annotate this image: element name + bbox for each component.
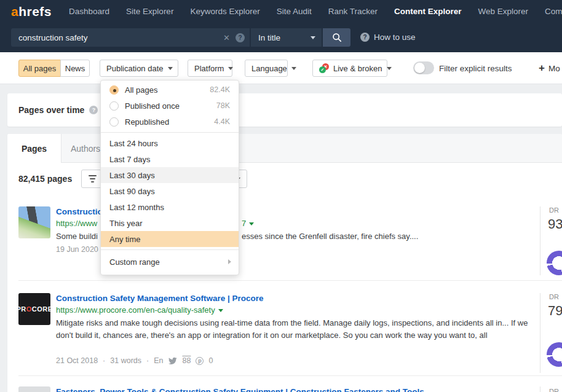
filter-live-broken[interactable]: ✕ ✓ Live & broken — [312, 60, 387, 77]
result-title-link[interactable]: Fasteners, Power Tools & Construction Sa… — [56, 387, 424, 392]
main-nav: Dashboard Site Explorer Keywords Explore… — [69, 7, 562, 16]
dropdown-option-last-24-hours[interactable]: Last 24 hours — [101, 135, 239, 151]
funnel-icon — [89, 175, 97, 182]
option-label: Last 90 days — [109, 187, 230, 196]
option-label: Last 12 months — [109, 203, 230, 212]
nav-web-explorer[interactable]: Web Explorer — [478, 7, 529, 16]
option-label: Custom range — [109, 257, 160, 267]
result-url-text: https://www.procore.com/en-ca/quality-sa… — [56, 305, 215, 315]
pages-over-time-help-icon[interactable]: ? — [89, 106, 98, 114]
procore-logo: PROCORE — [18, 305, 50, 313]
pages-over-time-card: Pages over time ? — [7, 93, 562, 127]
tab-pages-label: Pages — [22, 144, 47, 154]
explicit-results-label: Filter explicit results — [439, 64, 512, 73]
ahrefs-logo[interactable]: ahrefs — [11, 4, 52, 19]
result-url-text: 7 — [242, 219, 246, 228]
filter-bar: All pages News Publication date Platform… — [0, 52, 562, 84]
option-label: Published once — [125, 101, 216, 111]
referring-domains-donut — [547, 342, 562, 367]
dropdown-option-last-12-months[interactable]: Last 12 months — [101, 199, 239, 215]
radio-selected-icon — [109, 85, 119, 95]
dropdown-divider — [101, 132, 239, 133]
divider — [540, 206, 540, 275]
nav-content-explorer[interactable]: Content Explorer — [394, 7, 462, 16]
dropdown-option-last-30-days[interactable]: Last 30 days — [101, 167, 239, 183]
option-label: All pages — [125, 85, 210, 95]
filter-platform[interactable]: Platform — [188, 60, 232, 77]
option-label: Last 30 days — [109, 171, 230, 180]
search-button[interactable] — [323, 28, 350, 47]
search-help-icon[interactable]: ? — [235, 33, 245, 42]
filter-publication-date-label: Publication date — [106, 64, 164, 73]
option-count: 82.4K — [210, 85, 230, 94]
search-input[interactable]: construction safety ✕ ? — [11, 28, 250, 47]
result-description: Some buildi — [56, 230, 98, 243]
result-thumbnail[interactable]: PROCORE — [18, 293, 50, 325]
content-explorer-app: ahrefs Dashboard Site Explorer Keywords … — [0, 0, 562, 392]
dropdown-option-republished[interactable]: Republished 4.4K — [101, 114, 239, 130]
chevron-down-icon — [228, 67, 233, 70]
url-caret-icon — [218, 309, 223, 312]
dr-value: 93 — [548, 216, 562, 232]
nav-site-explorer[interactable]: Site Explorer — [126, 7, 173, 16]
tab-pages[interactable]: Pages — [7, 134, 61, 163]
explicit-results-toggle[interactable] — [413, 61, 434, 74]
clear-icon[interactable]: ✕ — [223, 33, 230, 42]
nav-keywords-explorer[interactable]: Keywords Explorer — [190, 7, 259, 16]
publication-date-dropdown: All pages 82.4K Published once 78K Repub… — [100, 80, 239, 275]
option-count: 78K — [216, 101, 230, 110]
radio-icon — [109, 101, 119, 111]
logo-text: hrefs — [18, 4, 52, 18]
how-to-use-link[interactable]: ? How to use — [360, 33, 416, 42]
more-filters-label: Mo — [548, 64, 560, 73]
option-label: Republished — [125, 117, 214, 127]
live-broken-icon: ✕ ✓ — [319, 63, 329, 73]
filter-news[interactable]: News — [60, 60, 90, 77]
result-language: En — [154, 356, 163, 365]
referring-domains-donut — [547, 251, 562, 275]
live-icon: ✓ — [319, 66, 326, 73]
dropdown-option-all-pages[interactable]: All pages 82.4K — [101, 82, 239, 98]
nav-site-audit[interactable]: Site Audit — [277, 7, 312, 16]
search-mode-value: In title — [258, 33, 311, 42]
nav-competitive-analysis[interactable]: Competitive An — [545, 7, 562, 16]
result-thumbnail[interactable] — [18, 386, 50, 392]
dropdown-option-any-time[interactable]: Any time — [101, 231, 239, 247]
row-divider — [18, 280, 562, 281]
dropdown-option-this-year[interactable]: This year — [101, 215, 239, 231]
row-divider — [18, 375, 562, 376]
result-word-count: 31 words — [110, 356, 141, 365]
logo-accent: a — [11, 4, 18, 18]
pinterest-icon: p — [196, 357, 204, 365]
filter-all-pages-label: All pages — [23, 64, 56, 73]
dropdown-option-custom-range[interactable]: Custom range — [101, 253, 239, 271]
pages-over-time-title: Pages over time — [18, 105, 84, 115]
twitter-share-count: 88 — [182, 356, 191, 365]
dropdown-option-published-once[interactable]: Published once 78K — [101, 98, 239, 114]
result-url-fragment[interactable]: 7 — [242, 219, 254, 228]
dr-label: DR — [549, 206, 559, 214]
filter-news-label: News — [65, 64, 85, 73]
filter-all-pages[interactable]: All pages — [18, 60, 61, 77]
result-date: 19 Jun 2020 — [56, 245, 98, 254]
search-mode-select[interactable]: In title — [251, 28, 322, 47]
more-filters-button[interactable]: + Mo — [539, 63, 560, 73]
nav-rank-tracker[interactable]: Rank Tracker — [328, 7, 378, 16]
dot-separator: · — [103, 356, 105, 365]
result-url[interactable]: https://www — [56, 219, 97, 228]
results-card: Pages Authors 82,415 pages Construction … — [7, 134, 562, 392]
toggle-knob — [414, 63, 425, 73]
search-value: construction safety — [18, 33, 223, 42]
result-url[interactable]: https://www.procore.com/en-ca/quality-sa… — [56, 305, 223, 315]
results-count: 82,415 pages — [18, 174, 72, 184]
nav-dashboard[interactable]: Dashboard — [69, 7, 109, 16]
search-bar: construction safety ✕ ? In title ? How t… — [0, 23, 562, 52]
chevron-down-icon — [311, 36, 315, 39]
result-thumbnail[interactable] — [18, 206, 50, 238]
dropdown-option-last-7-days[interactable]: Last 7 days — [101, 151, 239, 167]
dropdown-option-last-90-days[interactable]: Last 90 days — [101, 183, 239, 199]
result-title-link[interactable]: Construction Safety Management Software … — [56, 294, 264, 303]
filter-language[interactable]: Language — [245, 60, 288, 77]
filter-language-label: Language — [251, 64, 287, 73]
filter-publication-date[interactable]: Publication date — [100, 60, 178, 77]
